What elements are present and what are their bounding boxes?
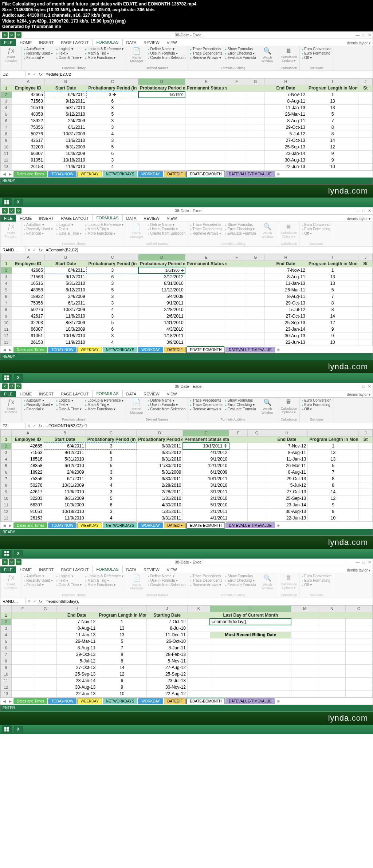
tab-file[interactable]: FILE [0, 566, 16, 573]
worksheet-grid[interactable]: ABCDEFGHIJ 1Employee IDStart DateProbati… [0, 254, 373, 346]
windows-taskbar[interactable]: X [0, 198, 373, 207]
worksheet-grid[interactable]: ABCDEFGHIJ 1Employee IDStart DateProbati… [0, 430, 373, 522]
sheet-nav-prev[interactable]: ◀ [2, 699, 7, 703]
excel-taskbar-icon[interactable]: X [14, 726, 23, 733]
tab-file[interactable]: FILE [0, 215, 16, 222]
sheet-tab[interactable]: DATEVALUE-TIMEVALUE [225, 522, 275, 528]
sheet-tab[interactable]: EDATE-EOMONTH [186, 171, 225, 177]
watch-window-button[interactable]: 🔍Watch Window [259, 47, 276, 63]
sheet-tab[interactable]: TODAY-NOW [48, 171, 76, 177]
quick-access-toolbar[interactable]: X↺↻ [2, 32, 21, 38]
sheet-tab[interactable]: EDATE-EOMONTH [186, 522, 225, 528]
close-icon[interactable]: ✕ [368, 560, 371, 565]
sheet-tab[interactable]: EDATE-EOMONTH [186, 698, 225, 704]
tab-file[interactable]: FILE [0, 39, 16, 46]
sheet-tab[interactable]: NETWORKDAYS [103, 171, 138, 177]
cell-l2[interactable]: =eomonth(today(),EOMONTH(start_date, mon… [210, 618, 291, 625]
name-manager-button[interactable]: 📄Name Manager [128, 47, 145, 63]
sheet-tab[interactable]: WORKDAY [138, 171, 163, 177]
formula-input[interactable]: =edate(B2,C2 [44, 71, 373, 77]
name-box[interactable]: RAND… [0, 247, 26, 253]
start-button[interactable] [2, 374, 12, 382]
sheet-tab[interactable]: NETWORKDAYS [103, 347, 138, 353]
sheet-tab[interactable]: WEEKDAY [77, 698, 102, 704]
windows-taskbar[interactable]: X [0, 725, 373, 734]
formula-input[interactable]: =Eomonth(B2,C2) [44, 247, 373, 253]
use-in-formula-menu[interactable]: Use in Formula ▾ [148, 51, 185, 55]
windows-taskbar[interactable]: X [0, 373, 373, 383]
trace-dependents[interactable]: Trace Dependents [190, 51, 222, 55]
sheet-nav-next[interactable]: ▶ [8, 172, 13, 176]
name-box[interactable]: RAND… [0, 598, 26, 604]
recently-used-menu[interactable]: Recently Used ▾ [24, 51, 53, 55]
euro-formatting[interactable]: Euro Formatting [302, 51, 331, 55]
euro-conversion[interactable]: Euro Conversion [302, 47, 331, 51]
show-formulas[interactable]: Show Formulas [225, 47, 256, 51]
tab-insert[interactable]: INSERT [35, 39, 57, 46]
tab-file[interactable]: FILE [0, 391, 16, 397]
minimize-icon[interactable]: — [356, 560, 360, 565]
fx-icon[interactable]: ƒx [38, 72, 43, 76]
minimize-icon[interactable]: — [356, 33, 360, 37]
sheet-tab[interactable]: DATEVALUE-TIMEVALUE [225, 698, 275, 704]
tab-formulas[interactable]: FORMULAS [92, 39, 122, 46]
sheet-tab[interactable]: TODAY-NOW [48, 347, 76, 353]
remove-arrows[interactable]: Remove Arrows ▾ [190, 56, 222, 60]
excel-taskbar-icon[interactable]: X [14, 550, 23, 557]
sheet-nav-next[interactable]: ▶ [8, 523, 13, 527]
sheet-tab[interactable]: WEEKDAY [77, 347, 102, 353]
define-name-menu[interactable]: Define Name ▾ [148, 47, 185, 51]
sheet-tab[interactable]: DATEDIF [164, 171, 186, 177]
morefn-menu[interactable]: More Functions ▾ [85, 56, 123, 60]
sheet-nav-next[interactable]: ▶ [8, 348, 13, 352]
insert-function-button[interactable]: ƒxInsert Function [3, 47, 19, 63]
name-box[interactable]: D2 [0, 71, 26, 77]
sheet-tab[interactable]: DATEVALUE-TIMEVALUE [225, 171, 275, 177]
worksheet-grid[interactable]: FGHIJKLMNO 1End DateProgram Length in Mo… [0, 605, 373, 697]
error-checking[interactable]: Error Checking ▾ [225, 51, 256, 55]
autosum-menu[interactable]: AutoSum ▾ [24, 47, 53, 51]
evaluate-formula[interactable]: Evaluate Formula [225, 56, 256, 60]
sheet-tab[interactable]: Dates and Times [13, 698, 47, 704]
maximize-icon[interactable]: □ [362, 33, 365, 37]
sheet-nav-prev[interactable]: ◀ [2, 523, 7, 527]
sheet-add-icon[interactable]: ⊕ [276, 348, 281, 352]
formula-input[interactable]: =EOMONTH(B2,C2)+1 [44, 423, 373, 429]
sheet-tab[interactable]: TODAY-NOW [48, 522, 76, 528]
start-button[interactable] [2, 198, 12, 206]
user-info[interactable]: dennis taylor ▾ [345, 40, 373, 46]
sheet-add-icon[interactable]: ⊕ [276, 172, 281, 176]
create-from-selection[interactable]: Create from Selection [148, 56, 185, 60]
sheet-nav-next[interactable]: ▶ [8, 699, 13, 703]
mathtrig-menu[interactable]: Math & Trig ▾ [85, 51, 123, 55]
sheet-nav-prev[interactable]: ◀ [2, 172, 7, 176]
sheet-tab[interactable]: DATEVALUE-TIMEVALUE [225, 347, 275, 353]
sheet-add-icon[interactable]: ⊕ [276, 523, 281, 527]
lookup-menu[interactable]: Lookup & Reference ▾ [85, 47, 123, 51]
cell-d2[interactable]: 1/0/1900 [138, 91, 185, 98]
close-icon[interactable]: ✕ [368, 208, 371, 213]
calc-options-button[interactable]: 🖩Calculation Options ▾ [280, 47, 297, 63]
close-icon[interactable]: ✕ [368, 33, 371, 37]
excel-taskbar-icon[interactable]: X [14, 199, 23, 206]
tab-view[interactable]: VIEW [163, 39, 181, 46]
sheet-tab[interactable]: Dates and Times [13, 522, 47, 528]
sheet-tab[interactable]: WORKDAY [138, 698, 163, 704]
sheet-tab[interactable]: DATEDIF [164, 347, 186, 353]
sheet-add-icon[interactable]: ⊕ [276, 699, 281, 703]
tab-review[interactable]: REVIEW [140, 39, 163, 46]
close-icon[interactable]: ✕ [368, 384, 371, 389]
sheet-tabs[interactable]: ◀▶Dates and TimesTODAY-NOWWEEKDAYNETWORK… [0, 170, 373, 178]
logical-menu[interactable]: Logical ▾ [56, 47, 82, 51]
sheet-tab[interactable]: NETWORKDAYS [103, 522, 138, 528]
sheet-tab[interactable]: WEEKDAY [77, 171, 102, 177]
sheet-nav-prev[interactable]: ◀ [2, 348, 7, 352]
sheet-tab[interactable]: WORKDAY [138, 347, 163, 353]
start-button[interactable] [2, 725, 12, 733]
excel-taskbar-icon[interactable]: X [14, 374, 23, 382]
start-button[interactable] [2, 550, 12, 558]
sheet-tab[interactable]: WORKDAY [138, 522, 163, 528]
name-box[interactable]: E2 [0, 423, 26, 429]
sheet-tab[interactable]: NETWORKDAYS [103, 698, 138, 704]
tab-data[interactable]: DATA [123, 39, 140, 46]
